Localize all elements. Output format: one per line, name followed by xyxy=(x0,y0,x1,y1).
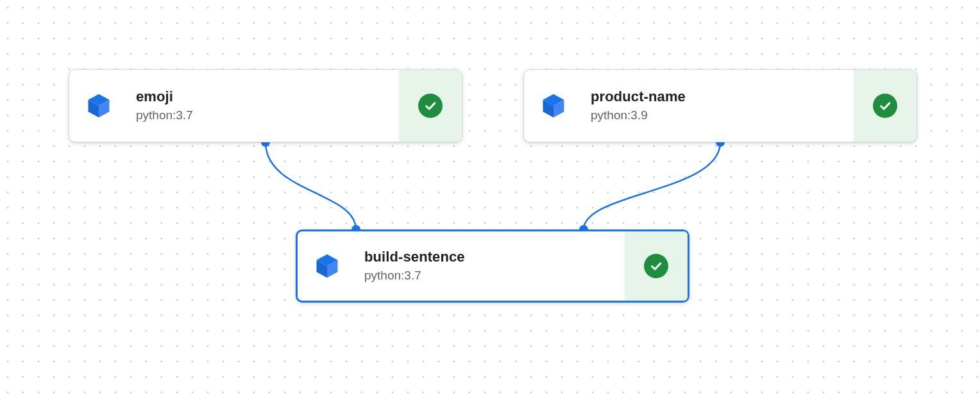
success-badge xyxy=(644,254,668,278)
node-status xyxy=(854,70,917,142)
check-icon xyxy=(423,99,437,113)
node-subtitle: python:3.7 xyxy=(364,269,465,283)
success-badge xyxy=(873,94,897,118)
node-title: build-sentence xyxy=(364,249,465,265)
node-status xyxy=(399,70,462,142)
edge-product-name-to-build-sentence xyxy=(584,142,720,229)
node-subtitle: python:3.7 xyxy=(136,108,193,123)
pipeline-node-emoji[interactable]: emoji python:3.7 xyxy=(69,69,462,142)
node-title: product-name xyxy=(591,88,686,105)
cube-icon xyxy=(313,252,341,280)
pipeline-canvas[interactable]: emoji python:3.7 product-name xyxy=(0,0,980,400)
node-subtitle: python:3.9 xyxy=(591,108,686,123)
node-body: product-name python:3.9 xyxy=(524,70,854,142)
node-texts: emoji python:3.7 xyxy=(136,88,193,122)
cube-icon xyxy=(539,92,568,120)
pipeline-node-build-sentence[interactable]: build-sentence python:3.7 xyxy=(296,229,689,303)
edge-emoji-to-build-sentence xyxy=(266,142,356,229)
node-body: build-sentence python:3.7 xyxy=(298,231,625,301)
cube-icon xyxy=(85,92,113,120)
pipeline-node-product-name[interactable]: product-name python:3.9 xyxy=(523,69,917,142)
success-badge xyxy=(418,94,443,118)
node-title: emoji xyxy=(136,88,193,105)
node-status xyxy=(625,231,688,301)
node-body: emoji python:3.7 xyxy=(69,70,399,142)
node-texts: build-sentence python:3.7 xyxy=(364,249,465,283)
check-icon xyxy=(649,259,663,273)
node-texts: product-name python:3.9 xyxy=(591,88,686,122)
check-icon xyxy=(878,99,892,113)
edge-layer xyxy=(0,0,980,400)
